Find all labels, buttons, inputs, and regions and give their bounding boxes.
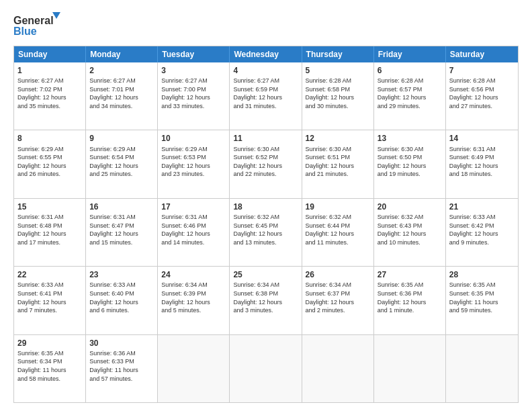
day-number: 15 xyxy=(17,201,82,212)
day-info: Sunrise: 6:36 AM Sunset: 6:33 PM Dayligh… xyxy=(89,349,154,383)
day-info: Sunrise: 6:35 AM Sunset: 6:36 PM Dayligh… xyxy=(378,281,442,314)
day-info: Sunrise: 6:33 AM Sunset: 6:42 PM Dayligh… xyxy=(449,213,515,246)
day-number: 28 xyxy=(449,269,515,280)
day-info: Sunrise: 6:28 AM Sunset: 6:56 PM Dayligh… xyxy=(449,77,515,110)
day-number: 23 xyxy=(89,269,154,280)
logo-svg: GeneralBlue xyxy=(13,12,60,39)
day-info: Sunrise: 6:30 AM Sunset: 6:51 PM Dayligh… xyxy=(306,145,370,179)
day-number: 1 xyxy=(17,65,82,76)
day-cell-13: 13Sunrise: 6:30 AM Sunset: 6:50 PM Dayli… xyxy=(374,130,446,197)
day-cell-27: 27Sunrise: 6:35 AM Sunset: 6:36 PM Dayli… xyxy=(374,267,446,334)
day-info: Sunrise: 6:28 AM Sunset: 6:58 PM Dayligh… xyxy=(306,77,370,110)
day-number: 8 xyxy=(17,133,82,144)
day-number: 16 xyxy=(89,201,154,212)
day-number: 13 xyxy=(378,133,442,144)
day-number: 18 xyxy=(233,201,298,212)
day-cell-17: 17Sunrise: 6:31 AM Sunset: 6:46 PM Dayli… xyxy=(158,199,230,266)
day-cell-19: 19Sunrise: 6:32 AM Sunset: 6:44 PM Dayli… xyxy=(302,199,374,266)
day-info: Sunrise: 6:32 AM Sunset: 6:43 PM Dayligh… xyxy=(378,213,442,246)
day-info: Sunrise: 6:30 AM Sunset: 6:50 PM Dayligh… xyxy=(378,145,442,179)
day-number: 12 xyxy=(306,133,370,144)
day-number: 30 xyxy=(89,338,154,349)
day-cell-16: 16Sunrise: 6:31 AM Sunset: 6:47 PM Dayli… xyxy=(86,199,158,266)
day-info: Sunrise: 6:27 AM Sunset: 7:01 PM Dayligh… xyxy=(89,77,154,110)
svg-text:Blue: Blue xyxy=(13,26,37,37)
weekday-header-thursday: Thursday xyxy=(302,46,374,62)
day-cell-14: 14Sunrise: 6:31 AM Sunset: 6:49 PM Dayli… xyxy=(446,130,518,197)
day-cell-1: 1Sunrise: 6:27 AM Sunset: 7:02 PM Daylig… xyxy=(14,62,86,130)
calendar-body: 1Sunrise: 6:27 AM Sunset: 7:02 PM Daylig… xyxy=(14,62,518,402)
weekday-header-tuesday: Tuesday xyxy=(158,46,230,62)
day-cell-20: 20Sunrise: 6:32 AM Sunset: 6:43 PM Dayli… xyxy=(374,199,446,266)
day-info: Sunrise: 6:29 AM Sunset: 6:53 PM Dayligh… xyxy=(161,145,226,179)
calendar: SundayMondayTuesdayWednesdayThursdayFrid… xyxy=(13,46,519,403)
day-number: 21 xyxy=(449,201,515,212)
day-number: 22 xyxy=(17,269,82,280)
day-info: Sunrise: 6:32 AM Sunset: 6:45 PM Dayligh… xyxy=(233,213,298,246)
day-info: Sunrise: 6:35 AM Sunset: 6:35 PM Dayligh… xyxy=(449,281,515,314)
day-number: 2 xyxy=(89,65,154,76)
calendar-row-3: 15Sunrise: 6:31 AM Sunset: 6:48 PM Dayli… xyxy=(14,198,518,266)
empty-cell xyxy=(302,335,374,402)
day-cell-22: 22Sunrise: 6:33 AM Sunset: 6:41 PM Dayli… xyxy=(14,267,86,334)
day-info: Sunrise: 6:31 AM Sunset: 6:49 PM Dayligh… xyxy=(449,145,515,179)
day-info: Sunrise: 6:35 AM Sunset: 6:34 PM Dayligh… xyxy=(17,349,82,383)
day-cell-15: 15Sunrise: 6:31 AM Sunset: 6:48 PM Dayli… xyxy=(14,199,86,266)
day-number: 27 xyxy=(378,269,442,280)
weekday-header-wednesday: Wednesday xyxy=(230,46,302,62)
header: GeneralBlue xyxy=(13,12,519,39)
calendar-header: SundayMondayTuesdayWednesdayThursdayFrid… xyxy=(14,46,518,62)
day-number: 7 xyxy=(449,65,515,76)
weekday-header-saturday: Saturday xyxy=(446,46,518,62)
empty-cell xyxy=(374,335,446,402)
day-number: 24 xyxy=(161,269,226,280)
day-info: Sunrise: 6:34 AM Sunset: 6:37 PM Dayligh… xyxy=(306,281,370,314)
weekday-header-friday: Friday xyxy=(374,46,446,62)
day-cell-21: 21Sunrise: 6:33 AM Sunset: 6:42 PM Dayli… xyxy=(446,199,518,266)
day-info: Sunrise: 6:32 AM Sunset: 6:44 PM Dayligh… xyxy=(306,213,370,246)
day-number: 17 xyxy=(161,201,226,212)
day-info: Sunrise: 6:34 AM Sunset: 6:38 PM Dayligh… xyxy=(233,281,298,314)
day-number: 9 xyxy=(89,133,154,144)
calendar-row-1: 1Sunrise: 6:27 AM Sunset: 7:02 PM Daylig… xyxy=(14,62,518,130)
day-number: 4 xyxy=(233,65,298,76)
day-info: Sunrise: 6:33 AM Sunset: 6:41 PM Dayligh… xyxy=(17,281,82,314)
day-number: 26 xyxy=(306,269,370,280)
weekday-header-monday: Monday xyxy=(86,46,158,62)
svg-text:General: General xyxy=(13,15,54,26)
day-number: 11 xyxy=(233,133,298,144)
day-info: Sunrise: 6:33 AM Sunset: 6:40 PM Dayligh… xyxy=(89,281,154,314)
day-cell-29: 29Sunrise: 6:35 AM Sunset: 6:34 PM Dayli… xyxy=(14,335,86,402)
day-cell-25: 25Sunrise: 6:34 AM Sunset: 6:38 PM Dayli… xyxy=(230,267,302,334)
empty-cell xyxy=(230,335,302,402)
calendar-row-2: 8Sunrise: 6:29 AM Sunset: 6:55 PM Daylig… xyxy=(14,130,518,197)
day-cell-28: 28Sunrise: 6:35 AM Sunset: 6:35 PM Dayli… xyxy=(446,267,518,334)
calendar-row-5: 29Sunrise: 6:35 AM Sunset: 6:34 PM Dayli… xyxy=(14,334,518,402)
day-number: 14 xyxy=(449,133,515,144)
day-info: Sunrise: 6:27 AM Sunset: 7:02 PM Dayligh… xyxy=(17,77,82,110)
day-cell-6: 6Sunrise: 6:28 AM Sunset: 6:57 PM Daylig… xyxy=(374,62,446,130)
day-cell-5: 5Sunrise: 6:28 AM Sunset: 6:58 PM Daylig… xyxy=(302,62,374,130)
day-cell-12: 12Sunrise: 6:30 AM Sunset: 6:51 PM Dayli… xyxy=(302,130,374,197)
day-cell-10: 10Sunrise: 6:29 AM Sunset: 6:53 PM Dayli… xyxy=(158,130,230,197)
day-cell-11: 11Sunrise: 6:30 AM Sunset: 6:52 PM Dayli… xyxy=(230,130,302,197)
empty-cell xyxy=(158,335,230,402)
day-info: Sunrise: 6:29 AM Sunset: 6:54 PM Dayligh… xyxy=(89,145,154,179)
day-info: Sunrise: 6:27 AM Sunset: 6:59 PM Dayligh… xyxy=(233,77,298,110)
day-number: 3 xyxy=(161,65,226,76)
day-cell-18: 18Sunrise: 6:32 AM Sunset: 6:45 PM Dayli… xyxy=(230,199,302,266)
logo: GeneralBlue xyxy=(13,12,60,39)
day-cell-2: 2Sunrise: 6:27 AM Sunset: 7:01 PM Daylig… xyxy=(86,62,158,130)
day-info: Sunrise: 6:30 AM Sunset: 6:52 PM Dayligh… xyxy=(233,145,298,179)
day-cell-24: 24Sunrise: 6:34 AM Sunset: 6:39 PM Dayli… xyxy=(158,267,230,334)
day-number: 25 xyxy=(233,269,298,280)
day-info: Sunrise: 6:34 AM Sunset: 6:39 PM Dayligh… xyxy=(161,281,226,314)
day-cell-30: 30Sunrise: 6:36 AM Sunset: 6:33 PM Dayli… xyxy=(86,335,158,402)
day-info: Sunrise: 6:29 AM Sunset: 6:55 PM Dayligh… xyxy=(17,145,82,179)
day-info: Sunrise: 6:31 AM Sunset: 6:46 PM Dayligh… xyxy=(161,213,226,246)
day-info: Sunrise: 6:31 AM Sunset: 6:47 PM Dayligh… xyxy=(89,213,154,246)
day-info: Sunrise: 6:28 AM Sunset: 6:57 PM Dayligh… xyxy=(378,77,442,110)
day-cell-4: 4Sunrise: 6:27 AM Sunset: 6:59 PM Daylig… xyxy=(230,62,302,130)
day-cell-23: 23Sunrise: 6:33 AM Sunset: 6:40 PM Dayli… xyxy=(86,267,158,334)
calendar-row-4: 22Sunrise: 6:33 AM Sunset: 6:41 PM Dayli… xyxy=(14,266,518,334)
